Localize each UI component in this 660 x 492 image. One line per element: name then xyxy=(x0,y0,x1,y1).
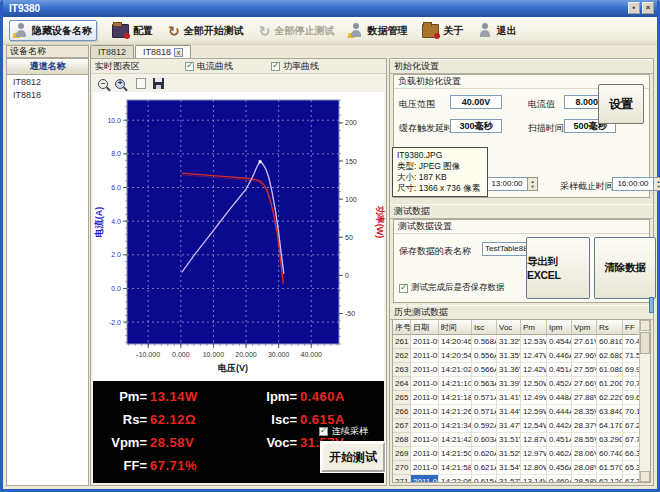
start-time-spinner[interactable] xyxy=(528,177,538,191)
table-cell[interactable]: 0.452A xyxy=(547,377,572,391)
table-cell[interactable]: 0.568A xyxy=(472,335,497,349)
sidebar-item-it8812[interactable]: IT8812 xyxy=(7,75,88,88)
toolbar-button-about[interactable]: 关于 xyxy=(422,24,463,38)
export-excel-button[interactable]: 导出到EXCEL xyxy=(526,237,590,299)
table-cell[interactable]: 14:20:54 xyxy=(439,349,472,363)
table-cell[interactable]: 31.47V xyxy=(497,419,521,433)
table-cell[interactable]: 13.14W xyxy=(521,475,547,483)
table-cell[interactable]: 12.53W xyxy=(521,335,547,349)
table-cell[interactable]: 12.50W xyxy=(521,377,547,391)
column-header[interactable]: 时间 xyxy=(439,320,472,335)
toolbar-button-config[interactable]: 配置 xyxy=(112,24,153,38)
table-cell[interactable]: 0.462A xyxy=(547,447,572,461)
table-cell[interactable]: 31.39V xyxy=(497,377,521,391)
sample-start-time-field[interactable]: 13:00:00 xyxy=(486,177,538,191)
sample-start-time-value[interactable]: 13:00:00 xyxy=(486,177,528,191)
table-cell[interactable]: 61.20Ω xyxy=(597,377,623,391)
table-cell[interactable]: 28.58V xyxy=(572,475,597,483)
scroll-up-icon[interactable] xyxy=(640,320,650,331)
table-cell[interactable]: 60.74Ω xyxy=(597,447,623,461)
table-cell[interactable]: 27.88V xyxy=(572,391,597,405)
table-cell[interactable]: 28.37V xyxy=(572,419,597,433)
table-cell[interactable]: 2011-09-0 xyxy=(411,405,439,419)
table-cell[interactable]: 14:21:34 xyxy=(439,419,472,433)
close-button[interactable] xyxy=(642,2,654,14)
table-cell[interactable]: 64.17Ω xyxy=(597,419,623,433)
table-cell[interactable]: 14:21:10 xyxy=(439,377,472,391)
table-cell[interactable]: 14:20:46 xyxy=(439,335,472,349)
table-cell[interactable]: 12.59W xyxy=(521,405,547,419)
table-cell[interactable]: 63.29Ω xyxy=(597,433,623,447)
column-header[interactable]: 序号 xyxy=(393,320,411,335)
zoom-in-icon[interactable] xyxy=(115,79,125,89)
table-cell[interactable]: 2011-09-0 xyxy=(411,363,439,377)
table-cell[interactable]: 0.563A xyxy=(472,377,497,391)
toolbar-button-start-all[interactable]: ↻ 全部开始测试 xyxy=(168,24,244,38)
table-row[interactable]: 2712011-09-014:22:060.615A31.57V13.14W0.… xyxy=(393,475,650,483)
table-cell[interactable]: 31.57V xyxy=(497,475,521,483)
table-cell[interactable]: 0.571A xyxy=(472,391,497,405)
table-cell[interactable]: 14:21:18 xyxy=(439,391,472,405)
toolbar-button-stop-all[interactable]: ↻ 全部停止测试 xyxy=(259,24,335,38)
table-cell[interactable]: 61.57Ω xyxy=(597,461,623,475)
table-row[interactable]: 2662011-09-014:21:260.571A31.44V12.59W0.… xyxy=(393,405,650,419)
table-cell[interactable]: 0.444A xyxy=(547,405,572,419)
voltage-range-field[interactable]: 40.00V xyxy=(450,95,502,109)
table-cell[interactable]: 2011-09-0 xyxy=(411,447,439,461)
table-cell[interactable]: 12.54W xyxy=(521,419,547,433)
scroll-down-icon[interactable] xyxy=(640,471,650,482)
table-cell[interactable]: 2011-09-0 xyxy=(411,335,439,349)
column-header[interactable]: Isc xyxy=(472,320,497,335)
table-cell[interactable]: 2011-09-0 xyxy=(411,349,439,363)
tab-close-icon[interactable] xyxy=(174,48,183,57)
table-cell[interactable]: 63.84Ω xyxy=(597,405,623,419)
trigger-delay-field[interactable]: 300毫秒 xyxy=(450,119,502,133)
table-scrollbar[interactable] xyxy=(639,320,650,482)
table-cell[interactable]: 62.22Ω xyxy=(597,391,623,405)
iv-chart[interactable]: -10.0000.00010.00020.00030.00040.00010.0… xyxy=(93,92,384,383)
table-cell[interactable]: 0.556A xyxy=(472,349,497,363)
table-cell[interactable]: 0.456A xyxy=(547,461,572,475)
table-row[interactable]: 2642011-09-014:21:100.563A31.39V12.50W0.… xyxy=(393,377,650,391)
column-header[interactable]: Ipm xyxy=(547,320,572,335)
toolbar-button-exit[interactable]: 退出 xyxy=(478,23,516,38)
table-cell[interactable]: 2011-09-0 xyxy=(411,391,439,405)
table-cell[interactable]: 0.621A xyxy=(472,461,497,475)
toolbar-button-data-manage[interactable]: 数据管理 xyxy=(349,23,407,38)
table-cell[interactable]: 31.44V xyxy=(497,405,521,419)
table-row[interactable]: 2682011-09-014:21:420.603A31.51V12.87W0.… xyxy=(393,433,650,447)
rect-select-icon[interactable] xyxy=(136,78,146,89)
panel-resize-handle[interactable] xyxy=(649,297,654,313)
sample-end-time-value[interactable]: 16:00:00 xyxy=(612,177,654,191)
tab-it8818[interactable]: IT8818 xyxy=(135,45,191,58)
save-after-test-checkbox[interactable] xyxy=(399,284,408,293)
table-row[interactable]: 2692011-09-014:21:500.620A31.52V12.97W0.… xyxy=(393,447,650,461)
table-cell[interactable]: 12.47W xyxy=(521,349,547,363)
table-cell[interactable]: 0.446A xyxy=(547,349,572,363)
table-cell[interactable]: 14:22:06 xyxy=(439,475,472,483)
table-cell[interactable]: 0.620A xyxy=(472,447,497,461)
save-chart-icon[interactable] xyxy=(153,78,164,89)
minimize-button[interactable] xyxy=(628,2,640,14)
table-cell[interactable]: 265 xyxy=(393,391,411,405)
table-cell[interactable]: 12.80W xyxy=(521,461,547,475)
table-cell[interactable]: 27.96V xyxy=(572,349,597,363)
table-cell[interactable]: 270 xyxy=(393,461,411,475)
clear-data-button[interactable]: 清除数据 xyxy=(594,237,656,299)
table-cell[interactable]: 261 xyxy=(393,335,411,349)
table-cell[interactable]: 31.32V xyxy=(497,335,521,349)
column-header[interactable]: Vpm xyxy=(572,320,597,335)
toolbar-button-hide-devices[interactable]: 隐藏设备名称 xyxy=(9,20,97,41)
scroll-thumb[interactable] xyxy=(640,332,650,354)
current-curve-checkbox[interactable] xyxy=(185,62,194,71)
column-header[interactable]: Pm xyxy=(521,320,547,335)
table-cell[interactable]: 0.615A xyxy=(472,475,497,483)
table-cell[interactable]: 2011-09-0 xyxy=(411,419,439,433)
table-cell[interactable]: 28.06V xyxy=(572,447,597,461)
table-cell[interactable]: 0.592A xyxy=(472,419,497,433)
set-button[interactable]: 设置 xyxy=(598,84,644,124)
table-cell[interactable]: 27.66V xyxy=(572,377,597,391)
table-cell[interactable]: 31.41V xyxy=(497,391,521,405)
tab-it8812[interactable]: IT8812 xyxy=(90,45,134,58)
column-header[interactable]: Voc xyxy=(497,320,521,335)
